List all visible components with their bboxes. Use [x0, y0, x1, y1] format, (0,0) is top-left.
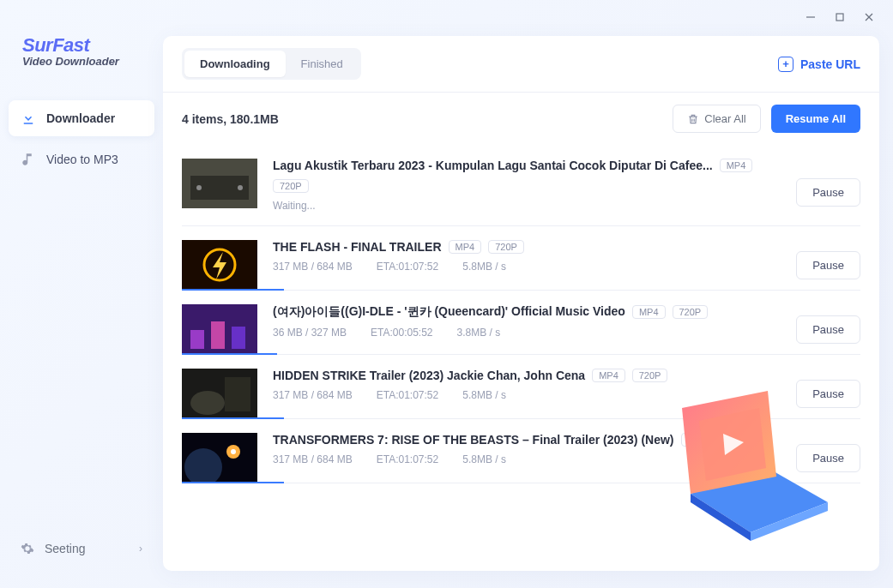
eta-text: ETA:01:07:52 [377, 261, 439, 273]
progress-bar [182, 482, 284, 483]
svg-point-16 [190, 391, 225, 415]
quality-badge: 720P [632, 369, 668, 382]
video-title: HIDDEN STRIKE Trailer (2023) Jackie Chan… [273, 369, 585, 382]
download-row: THE FLASH - FINAL TRAILER MP4 720P 317 M… [182, 226, 860, 291]
pause-button[interactable]: Pause [796, 178, 860, 207]
status-text: Waiting... [273, 200, 316, 212]
download-row: TRANSFORMERS 7: RISE OF THE BEASTS – Fin… [182, 419, 860, 483]
size-text: 317 MB / 684 MB [273, 389, 353, 401]
tab-downloading[interactable]: Downloading [184, 51, 286, 77]
download-row: Lagu Akustik Terbaru 2023 - Kumpulan Lag… [182, 145, 860, 226]
format-badge: MP4 [449, 240, 482, 254]
sidebar-item-label: Video to MP3 [46, 153, 118, 166]
video-thumbnail [182, 433, 257, 483]
format-badge: MP4 [681, 433, 715, 447]
brand: SurFast Video Downloader [0, 34, 163, 68]
brand-title: SurFast [22, 34, 163, 57]
video-thumbnail [182, 159, 257, 208]
svg-rect-14 [232, 327, 245, 349]
format-badge: MP4 [592, 369, 625, 382]
minimize-icon[interactable] [804, 10, 818, 24]
quality-badge: 720P [673, 305, 709, 319]
resume-all-label: Resume All [786, 112, 846, 125]
settings-link[interactable]: Seeting › [9, 533, 154, 564]
video-thumbnail [182, 304, 257, 354]
clear-all-label: Clear All [704, 112, 745, 125]
svg-rect-13 [211, 321, 225, 349]
download-icon [21, 111, 36, 126]
size-text: 317 MB / 684 MB [273, 453, 353, 465]
sidebar-footer: Seeting › [0, 533, 163, 588]
svg-point-6 [196, 185, 202, 190]
video-title: THE FLASH - FINAL TRAILER [273, 240, 442, 254]
speed-text: 3.8MB / s [457, 327, 501, 339]
topbar: Downloading Finished + Paste URL [163, 36, 879, 93]
plus-icon: + [778, 57, 793, 72]
brand-subtitle: Video Downloader [22, 55, 163, 68]
paste-url-label: Paste URL [800, 57, 860, 71]
quality-badge: 720P [721, 433, 757, 447]
format-badge: MP4 [632, 305, 666, 319]
sidebar-nav: Downloader Video to MP3 [0, 100, 163, 177]
speed-text: 5.8MB / s [462, 453, 506, 465]
sidebar-item-downloader[interactable]: Downloader [9, 100, 154, 136]
chevron-right-icon: › [139, 543, 142, 555]
video-thumbnail [182, 369, 257, 418]
sidebar: SurFast Video Downloader Downloader Vide… [0, 0, 163, 588]
speed-text: 5.8MB / s [462, 389, 506, 401]
pause-button[interactable]: Pause [796, 251, 860, 279]
pause-button[interactable]: Pause [796, 315, 860, 344]
settings-label: Seeting [45, 542, 85, 555]
main-panel: Downloading Finished + Paste URL 4 items… [163, 36, 879, 571]
size-text: 36 MB / 327 MB [273, 327, 347, 339]
tab-finished[interactable]: Finished [286, 51, 359, 77]
svg-point-21 [231, 449, 236, 454]
svg-rect-12 [190, 330, 204, 349]
quality-badge: 720P [488, 240, 524, 254]
gear-icon [21, 542, 34, 555]
trash-icon [687, 113, 699, 125]
download-row: HIDDEN STRIKE Trailer (2023) Jackie Chan… [182, 355, 860, 419]
resume-all-button[interactable]: Resume All [771, 105, 860, 133]
pause-button[interactable]: Pause [796, 444, 860, 472]
video-title: Lagu Akustik Terbaru 2023 - Kumpulan Lag… [273, 159, 713, 172]
download-list: Lagu Akustik Terbaru 2023 - Kumpulan Lag… [163, 145, 879, 571]
maximize-icon[interactable] [833, 10, 847, 24]
window-controls [804, 10, 876, 24]
size-text: 317 MB / 684 MB [273, 261, 353, 273]
video-thumbnail [182, 240, 257, 290]
eta-text: ETA:01:07:52 [377, 453, 439, 465]
svg-rect-1 [836, 14, 843, 21]
toolbar: 4 items, 180.1MB Clear All Resume All [163, 93, 879, 145]
music-icon [21, 152, 36, 167]
clear-all-button[interactable]: Clear All [673, 105, 760, 133]
svg-rect-17 [225, 377, 250, 411]
paste-url-button[interactable]: + Paste URL [778, 57, 860, 72]
eta-text: ETA:01:07:52 [377, 389, 439, 401]
video-title: (여자)아이들((G)I-DLE - '퀸카 (Queencard)' Offi… [273, 304, 625, 320]
items-summary: 4 items, 180.1MB [182, 112, 279, 126]
svg-point-7 [238, 185, 243, 190]
video-title: TRANSFORMERS 7: RISE OF THE BEASTS – Fin… [273, 433, 674, 447]
close-icon[interactable] [862, 10, 876, 24]
tabs: Downloading Finished [182, 48, 361, 80]
speed-text: 5.8MB / s [462, 261, 506, 273]
eta-text: ETA:00:05:52 [371, 327, 433, 339]
download-row: (여자)아이들((G)I-DLE - '퀸카 (Queencard)' Offi… [182, 291, 860, 355]
sidebar-item-video-to-mp3[interactable]: Video to MP3 [9, 141, 154, 177]
sidebar-item-label: Downloader [46, 111, 115, 125]
format-badge: MP4 [720, 159, 753, 172]
quality-badge: 720P [273, 179, 309, 193]
pause-button[interactable]: Pause [796, 380, 860, 408]
